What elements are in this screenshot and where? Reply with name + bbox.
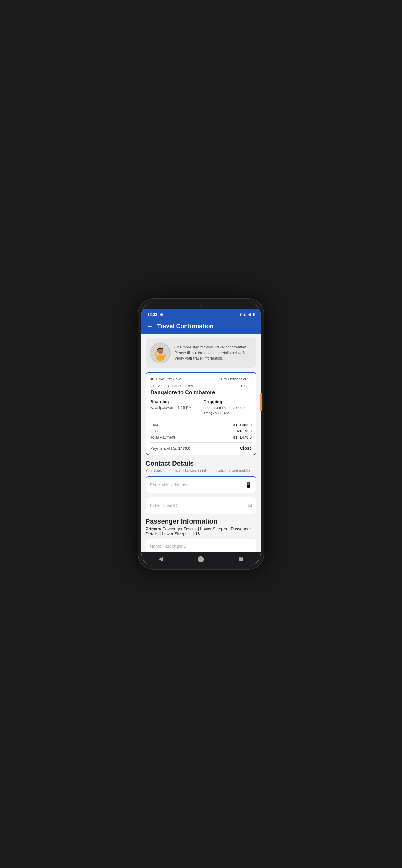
gst-label: GST (150, 429, 158, 433)
boarding-label: Boarding (150, 399, 198, 404)
boarding-column: Boarding kalasipalayam - 1:15 PM (150, 399, 198, 416)
status-bar: 12:33 ⚙ ▼▲ ◀ ▮ (141, 309, 261, 318)
email-input-field[interactable]: Enter Email ID ✉ (146, 497, 256, 514)
payment-text: Payment of Rs. 1470.0 (150, 446, 190, 451)
dropping-column: Dropping neelambur (kadir college arch) … (204, 399, 252, 416)
settings-icon: ⚙ (160, 312, 163, 317)
mobile-input-field[interactable]: Enter Mobile Number 📱 (146, 476, 256, 493)
seat-count: 1 Seat (240, 384, 252, 388)
info-banner: One more step for your Travel confirmati… (146, 338, 256, 368)
ticket-date: 20th October 2022 (219, 377, 252, 381)
details-label: Passenger Details | Lower Sleeper : (162, 527, 229, 531)
email-icon: ✉ (247, 502, 252, 509)
bottom-navigation: ◀ ⬤ ◼ (141, 552, 261, 566)
bus-type: 2+1 A/C Capella Sleeper (150, 384, 193, 388)
close-button[interactable]: Close (240, 446, 252, 451)
scroll-content: One more step for your Travel confirmati… (141, 334, 261, 552)
recent-nav-button[interactable]: ◼ (238, 555, 244, 562)
fare-label: Fare (150, 423, 158, 427)
contact-section-title: Contact Details (146, 460, 256, 467)
home-nav-button[interactable]: ⬤ (197, 555, 204, 562)
primary-label: Primary (146, 527, 161, 531)
total-value: Rs. 1470.0 (233, 435, 252, 439)
passenger-label: Primary Passenger Details | Lower Sleepe… (146, 527, 256, 536)
app-header: ← Travel Confirmation (141, 318, 261, 334)
payment-amount: 1470.0 (178, 446, 190, 451)
avatar (150, 342, 171, 364)
gst-value: Rs. 70.0 (237, 429, 252, 433)
divider-1 (150, 420, 252, 420)
passenger-section-title: Passenger Information (146, 518, 256, 525)
status-time: 12:33 (147, 312, 157, 317)
accent-bar (260, 393, 262, 411)
payment-summary: Payment of Rs. 1470.0 Close (150, 446, 252, 451)
contact-subtitle: Your booking details will be sent to thi… (146, 469, 256, 473)
battery-icon: ▮ (252, 312, 255, 317)
dropping-value: neelambur (kadir college arch) - 9:05 PM (204, 405, 252, 416)
signal-icon: ◀ (248, 312, 251, 317)
fare-row: Fare Rs. 1400.0 (150, 423, 252, 427)
ticket-card: ⇄ Ticket Preview 20th October 2022 2+1 A… (146, 372, 256, 456)
fare-value: Rs. 1400.0 (233, 423, 252, 427)
dropping-label: Dropping (204, 399, 252, 404)
email-placeholder: Enter Email ID (150, 503, 177, 508)
ticket-label: ⇄ Ticket Preview (150, 377, 181, 381)
name-input-field[interactable]: Name Passenger 1 (146, 538, 256, 552)
info-text: One more step for your Travel confirmati… (175, 344, 252, 361)
boarding-value: kalasipalayam - 1:15 PM (150, 405, 198, 411)
mobile-placeholder: Enter Mobile Number (150, 483, 190, 487)
back-button[interactable]: ← (147, 323, 153, 330)
gst-row: GST Rs. 70.0 (150, 429, 252, 433)
mobile-icon: 📱 (245, 482, 252, 488)
page-title: Travel Confirmation (157, 323, 214, 330)
ticket-icon: ⇄ (150, 377, 154, 381)
back-nav-button[interactable]: ◀ (158, 555, 163, 562)
svg-point-1 (156, 355, 164, 361)
divider-2 (150, 442, 252, 443)
name-placeholder: Name Passenger 1 (150, 544, 186, 549)
seat-number: L18 (192, 531, 200, 536)
total-label: Total Payment (150, 435, 175, 439)
wifi-icon: ▼▲ (239, 312, 247, 317)
boarding-dropping-section: Boarding kalasipalayam - 1:15 PM Droppin… (150, 399, 252, 416)
total-row: Total Payment Rs. 1470.0 (150, 435, 252, 439)
route-title: Bangalore to Coimbatore (150, 390, 252, 396)
